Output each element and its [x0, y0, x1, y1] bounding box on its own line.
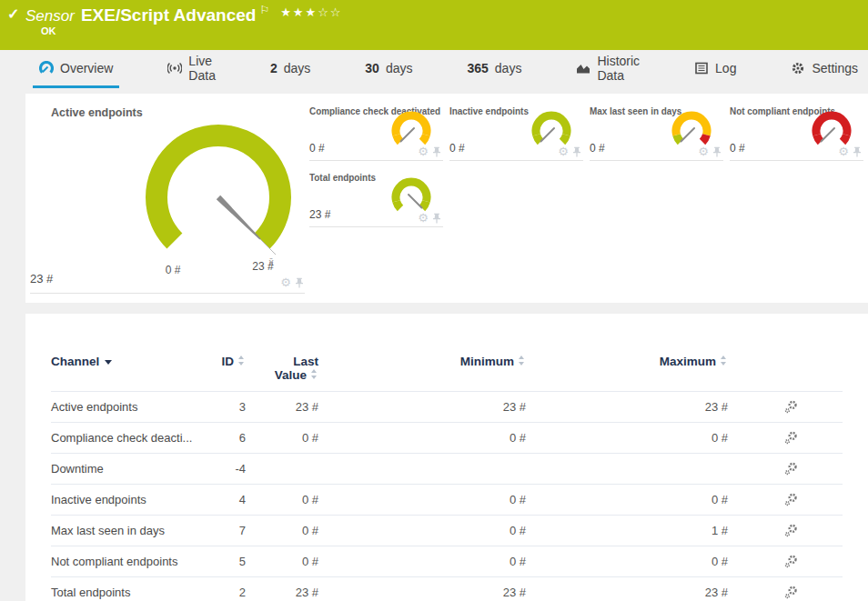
gauge-needle — [681, 128, 695, 142]
channel-row: Inactive endpoints 4 0 # 0 # 0 # — [51, 485, 843, 516]
channel-last-value: 0 # — [246, 423, 318, 454]
channel-id: 5 — [206, 546, 246, 577]
channel-table: Channel ID LastValue Minimum Maximum Act… — [51, 339, 843, 601]
table-header-row: Channel ID LastValue Minimum Maximum — [51, 339, 843, 392]
channel-maximum: 23 # — [526, 392, 728, 423]
channel-settings-icon[interactable] — [784, 493, 798, 506]
gauge-settings-gear-icon[interactable]: ⚙ — [838, 145, 849, 157]
channel-id: 2 — [206, 577, 246, 601]
channel-last-value: 0 # — [246, 516, 318, 546]
column-header-minimum[interactable]: Minimum — [318, 339, 526, 392]
channel-name[interactable]: Downtime — [51, 454, 206, 485]
channel-name[interactable]: Not compliant endpoints — [51, 546, 206, 577]
sensor-status-header: ✓ SensorEXE/Script Advanced⚐★★★☆☆ OK — [0, 0, 868, 50]
gauge-dial — [390, 110, 432, 146]
tab-log[interactable]: Log — [688, 50, 742, 88]
pin-icon[interactable] — [432, 213, 441, 224]
gauge-current-value: 0 # — [590, 142, 605, 155]
gauge-current-value: 0 # — [449, 142, 465, 155]
channel-row: Not compliant endpoints 5 0 # 0 # 0 # — [51, 546, 843, 577]
channel-settings-icon[interactable] — [784, 400, 798, 414]
channel-minimum: 0 # — [318, 485, 526, 516]
channel-id: -4 — [206, 454, 246, 485]
sort-icon — [519, 356, 526, 366]
tab-historic-data[interactable]: Historic Data — [570, 50, 646, 88]
channel-settings-icon[interactable] — [784, 431, 798, 445]
channel-row: Active endpoints 3 23 # 23 # 23 # — [51, 392, 843, 423]
sensor-name: EXE/Script Advanced — [81, 5, 257, 25]
pin-icon[interactable] — [712, 146, 722, 157]
tab-30-days[interactable]: 30 days — [358, 50, 419, 88]
channel-maximum: 0 # — [526, 546, 728, 577]
channel-row: Compliance check deacti... 6 0 # 0 # 0 # — [51, 423, 843, 454]
channel-maximum: 1 # — [526, 516, 728, 546]
log-icon — [694, 61, 709, 75]
small-gauges-grid: Compliance check deactivated 0 # ⚙ — [309, 100, 868, 233]
priority-stars[interactable]: ★★★☆☆ — [280, 5, 342, 19]
gauge-settings-gear-icon[interactable]: ⚙ — [418, 145, 429, 157]
channel-minimum: 0 # — [318, 516, 526, 546]
channel-settings-icon[interactable] — [784, 462, 798, 476]
column-header-maximum[interactable]: Maximum — [526, 339, 728, 392]
column-header-channel[interactable]: Channel — [51, 339, 206, 392]
gauge-dial — [390, 176, 432, 213]
channel-table-panel: Channel ID LastValue Minimum Maximum Act… — [25, 314, 868, 601]
channel-id: 4 — [206, 485, 246, 516]
tab-settings[interactable]: Settings — [784, 50, 864, 88]
gauge-active-endpoints: Active endpoints x̄ 0 # 23 # 23 # ⚙ — [25, 94, 309, 303]
channel-settings-icon[interactable] — [784, 586, 798, 599]
gauge-settings-gear-icon[interactable]: ⚙ — [698, 145, 709, 157]
channel-row: Total endpoints 2 23 # 23 # 23 # — [51, 577, 843, 601]
channel-name[interactable]: Active endpoints — [51, 392, 206, 423]
sensor-status-text: OK — [41, 25, 56, 36]
channel-minimum: 0 # — [318, 546, 526, 577]
gauge-dial: x̄ — [136, 120, 300, 275]
channel-last-value: 23 # — [246, 392, 318, 423]
gauge-settings-gear-icon[interactable]: ⚙ — [280, 276, 291, 288]
gauge-settings-gear-icon[interactable]: ⚙ — [418, 212, 429, 224]
gauge-dial — [671, 110, 712, 146]
pin-icon[interactable] — [853, 146, 862, 157]
gauge-dial — [530, 110, 572, 146]
pin-icon[interactable] — [572, 146, 581, 157]
gauge-compliance-check-deactivated: Compliance check deactivated 0 # ⚙ — [309, 100, 443, 161]
pin-icon[interactable] — [295, 277, 304, 288]
tab-overview[interactable]: Overview — [33, 50, 119, 88]
gauge-needle — [409, 195, 422, 208]
gauge-needle — [541, 128, 555, 142]
channel-settings-icon[interactable] — [784, 555, 798, 568]
channel-settings-icon[interactable] — [784, 524, 798, 537]
channel-name[interactable]: Total endpoints — [51, 577, 206, 601]
sensor-title-line: SensorEXE/Script Advanced⚐★★★☆☆ — [25, 4, 342, 25]
channel-id: 3 — [206, 392, 246, 423]
sort-icon — [238, 356, 246, 366]
gauges-panel: Active endpoints x̄ 0 # 23 # 23 # ⚙ — [25, 94, 868, 303]
tab-365-days[interactable]: 365 days — [460, 50, 528, 88]
gauge-inactive-endpoints: Inactive endpoints 0 # ⚙ — [449, 100, 583, 161]
channel-last-value: 0 # — [246, 485, 318, 516]
channel-last-value — [246, 454, 318, 485]
tab-live-data[interactable]: Live Data — [161, 50, 222, 88]
gauge-title: Active endpoints — [51, 106, 143, 119]
tab-2-days[interactable]: 2 days — [264, 50, 317, 88]
column-header-last-value[interactable]: LastValue — [246, 339, 318, 392]
pin-icon[interactable] — [432, 146, 441, 157]
status-ok-check-icon: ✓ — [7, 5, 19, 23]
channel-name[interactable]: Max last seen in days — [51, 516, 206, 546]
flag-icon[interactable]: ⚐ — [259, 4, 269, 16]
sort-icon — [721, 356, 728, 366]
column-header-id[interactable]: ID — [206, 339, 246, 392]
gauge-dial — [811, 110, 853, 146]
gauge-current-value: 23 # — [30, 272, 53, 285]
channel-minimum: 0 # — [318, 423, 526, 454]
channel-last-value: 0 # — [246, 546, 318, 577]
channel-maximum: 0 # — [526, 485, 728, 516]
sort-icon — [311, 369, 318, 379]
divider — [30, 293, 305, 294]
channel-name[interactable]: Compliance check deacti... — [51, 423, 206, 454]
channel-name[interactable]: Inactive endpoints — [51, 485, 206, 516]
gauge-current-value: 0 # — [730, 142, 745, 155]
sort-caret-icon — [105, 360, 112, 365]
channel-maximum — [526, 454, 728, 485]
gauge-settings-gear-icon[interactable]: ⚙ — [558, 145, 569, 157]
